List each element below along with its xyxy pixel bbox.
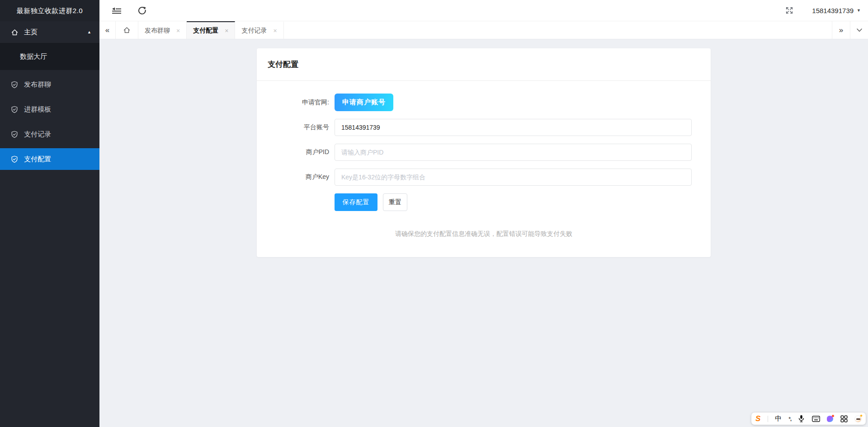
sidebar-item-label: 主页 xyxy=(24,28,87,37)
tab-home[interactable] xyxy=(116,21,138,39)
shield-check-icon xyxy=(11,155,19,163)
merchant-key-input[interactable] xyxy=(335,169,692,186)
account-name: 15814391739 xyxy=(812,7,854,14)
sidebar-item-label: 支付配置 xyxy=(24,155,92,164)
sidebar-item-payment-records[interactable]: 支付记录 xyxy=(0,123,99,145)
sidebar: 最新独立收款进群2.0 主页 ▲ 数据大厅 发布群聊 进群模板 支付记录 xyxy=(0,0,99,427)
sidebar-item-group-template[interactable]: 进群模板 xyxy=(0,99,99,120)
form-row-platform-account: 平台账号 xyxy=(257,119,711,136)
shield-check-icon xyxy=(11,131,19,138)
sidebar-item-publish-group[interactable]: 发布群聊 xyxy=(0,74,99,95)
save-config-button[interactable]: 保存配置 xyxy=(335,193,377,211)
main-content: 支付配置 申请官网: 申请商户账号 平台账号 商户PID 商户Key 保存配 xyxy=(99,40,868,427)
tabs-scroll-right-button[interactable]: » xyxy=(832,21,850,39)
top-header: 15814391739 ▼ xyxy=(99,0,868,21)
caret-down-icon: ▼ xyxy=(857,8,861,13)
apply-website-label: 申请官网: xyxy=(257,99,335,107)
sidebar-item-payment-config[interactable]: 支付配置 xyxy=(0,148,99,170)
sidebar-item-label: 发布群聊 xyxy=(24,80,92,89)
merchant-pid-input[interactable] xyxy=(335,144,692,161)
chevron-up-icon: ▲ xyxy=(87,30,91,34)
shield-check-icon xyxy=(11,81,19,89)
card-header: 支付配置 xyxy=(257,48,711,81)
sidebar-item-label: 支付记录 xyxy=(24,130,92,139)
page-title: 支付配置 xyxy=(268,59,298,70)
form-row-merchant-pid: 商户PID xyxy=(257,144,711,161)
tab-payment-config[interactable]: 支付配置 × xyxy=(187,21,235,39)
tab-label: 发布群聊 xyxy=(145,27,170,35)
toolbox-grid-icon[interactable] xyxy=(840,415,848,422)
payment-config-form: 申请官网: 申请商户账号 平台账号 商户PID 商户Key 保存配置 重置 请确… xyxy=(257,81,711,238)
collapse-sidebar-icon[interactable] xyxy=(108,0,126,21)
home-icon xyxy=(11,28,19,36)
sidebar-item-data-hall[interactable]: 数据大厅 xyxy=(0,45,99,68)
sogou-logo-icon[interactable]: S xyxy=(755,415,760,422)
tab-label: 支付配置 xyxy=(193,27,218,35)
ime-chinese-mode-icon[interactable]: 中 xyxy=(775,414,782,423)
close-icon[interactable]: × xyxy=(225,28,228,34)
home-icon xyxy=(123,26,131,34)
app-title: 最新独立收款进群2.0 xyxy=(0,0,99,21)
ai-assistant-icon[interactable] xyxy=(827,416,833,422)
tabs-menu-button[interactable] xyxy=(850,21,868,39)
emoji-skin-icon[interactable] xyxy=(854,415,862,422)
close-icon[interactable]: × xyxy=(273,28,277,34)
chevron-down-icon xyxy=(857,28,862,32)
tab-payment-records[interactable]: 支付记录 × xyxy=(235,21,283,39)
platform-account-label: 平台账号 xyxy=(257,123,335,131)
sidebar-item-home[interactable]: 主页 ▲ xyxy=(0,21,99,43)
account-dropdown[interactable]: 15814391739 ▼ xyxy=(812,7,868,14)
form-row-merchant-key: 商户Key xyxy=(257,169,711,186)
ime-divider xyxy=(768,416,768,422)
merchant-pid-label: 商户PID xyxy=(257,148,335,156)
shield-check-icon xyxy=(11,106,19,113)
apply-merchant-account-button[interactable]: 申请商户账号 xyxy=(335,94,393,111)
tabs-scroll-left-button[interactable]: « xyxy=(99,21,116,39)
config-warning-text: 请确保您的支付配置信息准确无误，配置错误可能导致支付失败 xyxy=(257,230,711,238)
ime-punctuation-icon[interactable]: °, xyxy=(789,416,791,422)
microphone-icon[interactable] xyxy=(798,415,805,422)
sidebar-submenu: 数据大厅 xyxy=(0,43,99,70)
payment-config-card: 支付配置 申请官网: 申请商户账号 平台账号 商户PID 商户Key 保存配 xyxy=(257,48,711,257)
merchant-key-label: 商户Key xyxy=(257,173,335,181)
refresh-icon[interactable] xyxy=(133,0,151,21)
sidebar-item-label: 数据大厅 xyxy=(20,52,92,61)
reset-button[interactable]: 重置 xyxy=(383,193,407,211)
tab-label: 支付记录 xyxy=(241,27,267,35)
platform-account-input[interactable] xyxy=(335,119,692,136)
form-row-actions: 保存配置 重置 xyxy=(257,193,711,211)
fullscreen-icon[interactable] xyxy=(780,0,798,21)
tab-bar: « 发布群聊 × 支付配置 × 支付记录 × » xyxy=(99,21,868,39)
tab-publish-group[interactable]: 发布群聊 × xyxy=(138,21,187,39)
keyboard-icon[interactable] xyxy=(812,416,820,422)
ime-toolbar: S 中 °, xyxy=(751,413,866,425)
close-icon[interactable]: × xyxy=(176,28,180,34)
form-row-apply: 申请官网: 申请商户账号 xyxy=(257,94,711,111)
sidebar-item-label: 进群模板 xyxy=(24,105,92,114)
